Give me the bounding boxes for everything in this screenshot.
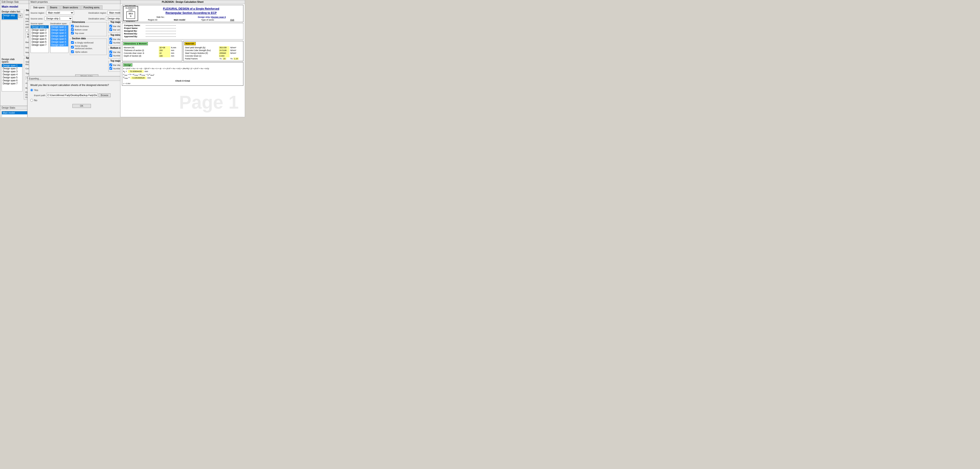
span-item-1[interactable]: Design span 1 [2,64,22,67]
type-label: Type of sectio [201,19,214,21]
dst-span-1[interactable]: Design span 1 [51,25,68,29]
design-spans-list[interactable]: Design span 1 Design span 2 Design span … [2,64,22,92]
cmax-val: 0.445366528 [130,76,146,79]
as-label: as = [123,70,127,73]
design-strip-list[interactable]: Design strip 1 [2,14,18,20]
dst-span-5[interactable]: Design span 5 [51,37,68,40]
bot-cover-check[interactable] [71,28,74,31]
dst-span-3[interactable]: Design span 3 [51,32,68,35]
source-span-list[interactable]: Design span 1 Design span 2 Design span … [30,25,49,53]
section-data-title: Section data [72,37,86,40]
project-label: Project Name: [124,27,145,29]
yes-radio[interactable] [30,89,33,92]
singly-match-check[interactable] [71,41,74,44]
dst-span-7[interactable]: Design span 7 [51,43,68,46]
yc-val: 15 [222,57,226,60]
dest-span-list[interactable]: Design span 1 Design span 2 Design span … [50,25,68,53]
span-item-5[interactable]: Design span 5 [2,76,22,79]
design-section: Design a = (0.67 × fcu × b × d) − √[(0.6… [122,62,243,86]
num-bars-minor-check[interactable] [110,41,112,44]
src-span-4[interactable]: Design span 4 [31,35,49,37]
span-item-7[interactable]: Design span 7 [2,82,22,85]
conc-cube-unit: N/mm² [229,49,242,52]
conc-cube-label: Concrete Cube Strength (fcu) [185,49,219,52]
num-bars-top-major2-check[interactable] [110,67,112,70]
strip-item-1[interactable]: Design strip 1 [2,14,18,19]
pldesign-header: PLDESIGN : Design Calculation Sheet [121,0,245,4]
steel-young-unit: N/mm² [229,52,242,54]
tab-beam-sections[interactable]: Beam sections [60,5,81,10]
span-item-3[interactable]: Design span 3 [2,70,22,73]
yc-label: Yc [220,57,222,60]
alpha-check-label: Alpha values [75,51,87,53]
svg-text:D: D [130,15,131,17]
src-span-6[interactable]: Design span 6 [31,40,49,43]
depth-val: 190 [159,54,170,57]
moment-val: 1E+08 [159,46,170,49]
depth-label: Depth of Section (d) [123,54,159,57]
materials-header: Materials [185,42,196,45]
bar-diam-bot-major-check[interactable] [110,51,112,53]
dst-span-4[interactable]: Design span 4 [51,35,68,37]
export-path-input[interactable] [47,93,98,98]
alpha-check[interactable] [71,51,74,53]
steel-yield-unit: N/mm² [229,46,242,49]
source-area-label: Source area : [30,17,44,20]
c-formula: c = 0.8/d [123,82,242,84]
top-cover-check[interactable] [71,32,74,35]
exporting-title-text: Exporting.... [29,78,41,80]
slabs-list-label: Design slabs list: [2,10,22,13]
slab-thick-check[interactable] [71,25,74,27]
thickness-label: Thickness of section (t) [123,49,159,52]
bar-diam-major-check[interactable] [110,25,112,27]
steel-young-val: 205940 [219,52,230,54]
as-unit: mm [145,70,148,73]
conc-cover-val: 10 [159,52,170,54]
source-region-select[interactable]: Main model [46,11,74,15]
span-item-4[interactable]: Design span 4 [2,73,22,76]
top-cover-check-label: Top cover [75,32,84,35]
source-region-label: Source region : [30,11,45,14]
source-area-select[interactable]: Design strip 1 [45,16,72,21]
dst-span-2[interactable]: Design span 2 [51,29,68,32]
designed-label: Designed By: [124,30,145,32]
src-span-5[interactable]: Design span 5 [31,37,49,40]
browse-btn[interactable]: Browse [99,93,110,97]
region-label: Region ID: [148,19,158,21]
dest-region-label: Destination region: [88,11,107,14]
dest-area-label: Destination area: [88,17,105,20]
remove-strip-btn[interactable]: ✕ [18,14,22,18]
exporting-titlebar: Exporting.... ✕ [27,76,136,81]
dst-span-6[interactable]: Design span 6 [51,40,68,43]
src-span-7[interactable]: Design span 7 [31,43,49,46]
span-item-6[interactable]: Design span 6 [2,79,22,82]
dimensions-section: Dimensions & Moment Moment (M) 1E+08 N.m… [122,41,182,61]
conc-cube-val: 24.5166 [219,49,230,52]
src-span-2[interactable]: Design span 2 [31,29,49,32]
tab-punching[interactable]: Punching asms. [81,5,102,10]
bar-diam-minor-check[interactable] [110,38,112,40]
no-radio[interactable] [30,99,33,101]
dimensions-title: Dimensions [72,21,86,23]
moment-label: Moment (M) [123,46,159,49]
calc-main-title: FLEXURAL DESIGN of a Single Reinforced [140,7,242,10]
tab-slab-spans[interactable]: Slab spans [30,5,47,10]
main-slab-title-text: Edit Design Slab [2,1,19,3]
force-doubly-match-check[interactable] [71,46,74,49]
bar-diam-top-major2-check[interactable] [110,63,112,66]
envelope-design-check[interactable] [25,29,28,32]
num-bars-bot-major-check[interactable] [110,54,112,57]
force-doubly-match-label: Force doublyreinforced section. [75,44,93,50]
span-item-2[interactable]: Design span 2 [2,67,22,70]
cmax-label: Cmax = [123,76,130,79]
steel-yield-val: 353.039 [219,46,230,49]
src-span-3[interactable]: Design span 3 [31,32,49,35]
bar-amounts-check[interactable] [110,28,112,31]
tab-beams[interactable]: Beams [48,5,60,10]
exporting-question: Would you like to export calculation she… [30,84,133,86]
dest-span-label: Destination span: [50,22,68,25]
src-span-1[interactable]: Design span 1 [31,25,49,29]
materials-section: Materials Steel yield Strength (fy) 353.… [183,41,243,61]
ok-btn[interactable]: OK [72,104,91,108]
partial-factors-label: Partial Factors [185,57,219,60]
